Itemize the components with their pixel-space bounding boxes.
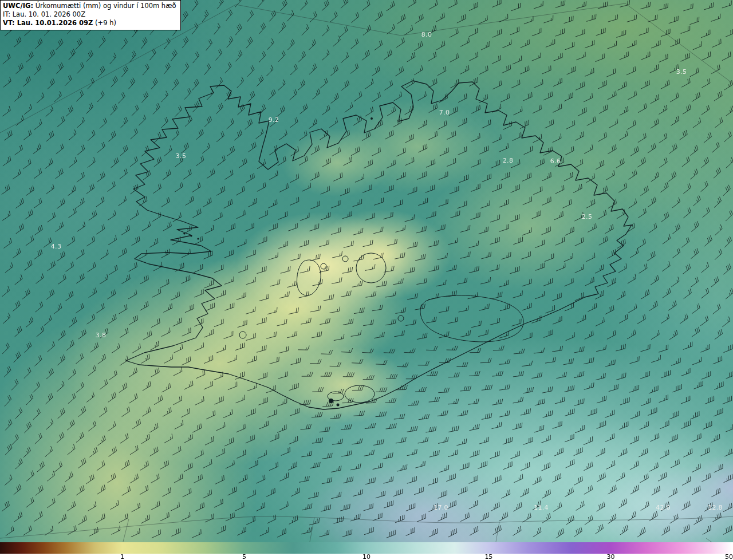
- title-box: UWC/IG: Úrkomumætti (mm) og vindur í 100…: [0, 0, 181, 30]
- colorbar-tick-label: 15: [484, 554, 492, 560]
- model-id: UWC/IG:: [3, 2, 33, 10]
- title-line: UWC/IG: Úrkomumætti (mm) og vindur í 100…: [3, 2, 176, 10]
- weather-map: 8.03.57.09.23.52.86.62.54.33.817.011.442…: [0, 0, 733, 560]
- map-title: Úrkomumætti (mm) og vindur í 100m hæð: [33, 2, 176, 10]
- colorbar-tick-label: 1: [120, 554, 124, 560]
- colorbar: 1510153050: [0, 542, 733, 560]
- lead-time: (+9 h): [93, 19, 116, 27]
- colorbar-gradient: [0, 542, 733, 554]
- colorbar-labels: 1510153050: [0, 554, 733, 560]
- colorbar-tick-label: 50: [725, 554, 733, 560]
- wind-barbs-layer: [0, 0, 733, 542]
- valid-time: VT: Lau. 10.01.2026 09Z: [3, 19, 93, 27]
- colorbar-tick-label: 5: [242, 554, 246, 560]
- valid-time-line: VT: Lau. 10.01.2026 09Z (+9 h): [3, 19, 176, 27]
- init-time: IT: Lau. 10. 01. 2026 00Z: [3, 10, 176, 19]
- colorbar-tick-label: 10: [362, 554, 371, 560]
- colorbar-tick-label: 30: [607, 554, 615, 560]
